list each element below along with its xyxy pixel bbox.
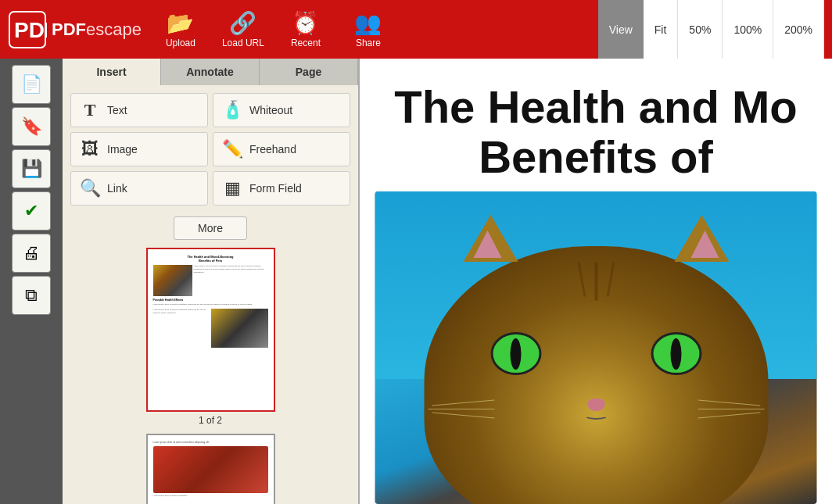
form-field-tool-button[interactable]: ▦ Form Field xyxy=(213,171,350,206)
text-tool-label: Text xyxy=(107,104,127,116)
share-label: Share xyxy=(356,38,381,48)
sidebar-copy-button[interactable]: ⧉ xyxy=(12,276,51,315)
upload-icon: 📂 xyxy=(167,10,194,36)
zoom-fit-button[interactable]: Fit xyxy=(644,0,679,59)
link-tool-label: Link xyxy=(107,182,127,195)
copy-icon: ⧉ xyxy=(25,285,38,306)
zoom-100-button[interactable]: 100% xyxy=(723,0,773,59)
view-label: View xyxy=(598,0,644,59)
sidebar: 📄 🔖 💾 ✔ 🖨 ⧉ xyxy=(0,59,63,504)
cat-face-container xyxy=(408,238,784,504)
check-icon: ✔ xyxy=(24,201,38,221)
text-tool-icon: T xyxy=(79,100,101,120)
upload-label: Upload xyxy=(166,38,195,48)
logo-icon: PDF xyxy=(8,10,47,49)
recent-icon: ⏰ xyxy=(292,10,319,36)
upload-button[interactable]: 📂 Upload xyxy=(157,10,204,48)
page-2-thumb-frame[interactable]: Lorem ipsum dolor sit amet consectetur a… xyxy=(146,434,275,504)
logo-text: PDFescape xyxy=(52,20,142,40)
freehand-tool-label: Freehand xyxy=(249,143,296,155)
more-button-label: More xyxy=(198,222,223,234)
zoom-50-button[interactable]: 50% xyxy=(678,0,723,59)
form-field-tool-label: Form Field xyxy=(249,182,302,195)
text-tool-button[interactable]: T Text xyxy=(70,93,208,127)
tools-grid: T Text 🧴 Whiteout 🖼 Image ✏️ Freehand 🔍 … xyxy=(63,85,358,213)
zoom-50-label: 50% xyxy=(689,23,711,36)
logo[interactable]: PDF PDFescape xyxy=(8,10,142,49)
recent-label: Recent xyxy=(291,38,321,48)
page-2-thumb-image: Lorem ipsum dolor sit amet consectetur a… xyxy=(150,438,271,504)
page-2-thumb-container[interactable]: Lorem ipsum dolor sit amet consectetur a… xyxy=(146,434,275,504)
cat-left-eye xyxy=(490,332,541,375)
share-icon: 👥 xyxy=(354,10,382,36)
freehand-tool-button[interactable]: ✏️ Freehand xyxy=(213,132,350,166)
freehand-tool-icon: ✏️ xyxy=(221,139,243,159)
cat-photo xyxy=(375,191,817,504)
thumbnails-panel[interactable]: The Health and Mood-BoostingBenefits of … xyxy=(63,240,358,504)
tabs: Insert Annotate Page xyxy=(63,59,358,85)
image-tool-button[interactable]: 🖼 Image xyxy=(70,132,208,166)
sidebar-print-button[interactable]: 🖨 xyxy=(12,234,51,273)
print-icon: 🖨 xyxy=(23,243,40,263)
load-url-button[interactable]: 🔗 Load URL xyxy=(220,10,267,48)
pdf-page: The Health and Mo Benefits of xyxy=(360,59,832,504)
whiteout-tool-icon: 🧴 xyxy=(221,100,243,120)
whiteout-tool-label: Whiteout xyxy=(249,104,292,116)
bookmark-icon: 🔖 xyxy=(21,116,42,137)
image-tool-icon: 🖼 xyxy=(79,139,101,159)
more-btn-row: More xyxy=(63,216,358,240)
header: PDF PDFescape 📂 Upload 🔗 Load URL ⏰ Rece… xyxy=(0,0,832,59)
zoom-200-label: 200% xyxy=(784,23,812,36)
link-tool-icon: 🔍 xyxy=(79,178,101,198)
form-field-tool-icon: ▦ xyxy=(221,178,243,198)
tab-insert-label: Insert xyxy=(96,66,126,78)
cat-right-eye xyxy=(651,332,701,375)
more-button[interactable]: More xyxy=(174,216,247,240)
tab-annotate-label: Annotate xyxy=(186,66,234,78)
view-text: View xyxy=(609,23,633,36)
image-tool-label: Image xyxy=(107,143,138,155)
pages-icon: 📄 xyxy=(21,74,42,95)
whiteout-tool-button[interactable]: 🧴 Whiteout xyxy=(213,93,350,127)
page-1-thumb-image: The Health and Mood-BoostingBenefits of … xyxy=(150,252,271,408)
tab-annotate[interactable]: Annotate xyxy=(161,59,260,85)
zoom-100-label: 100% xyxy=(733,23,762,36)
load-url-label: Load URL xyxy=(222,38,264,48)
main-area: 📄 🔖 💾 ✔ 🖨 ⧉ Insert Annotate Page xyxy=(0,59,832,504)
view-zoom-area: View Fit 50% 100% 200% xyxy=(598,0,824,59)
pdf-title-line1: The Health and Mo xyxy=(383,82,809,132)
pdf-title: The Health and Mo Benefits of xyxy=(360,59,832,190)
zoom-200-button[interactable]: 200% xyxy=(773,0,824,59)
pdf-viewer[interactable]: The Health and Mo Benefits of xyxy=(360,59,832,504)
tab-page-label: Page xyxy=(296,66,321,78)
share-button[interactable]: 👥 Share xyxy=(345,10,392,48)
tab-insert[interactable]: Insert xyxy=(63,59,161,85)
sidebar-bookmark-button[interactable]: 🔖 xyxy=(12,107,51,146)
sidebar-check-button[interactable]: ✔ xyxy=(12,191,51,231)
load-url-icon: 🔗 xyxy=(229,10,256,36)
page-1-label: 1 of 2 xyxy=(199,415,222,426)
sidebar-save-button[interactable]: 💾 xyxy=(12,149,51,188)
svg-text:PDF: PDF xyxy=(14,18,47,42)
zoom-fit-label: Fit xyxy=(654,23,667,36)
recent-button[interactable]: ⏰ Recent xyxy=(282,10,329,48)
cat-main-face xyxy=(424,246,768,504)
pdf-title-line2: Benefits of xyxy=(383,132,809,182)
panel: Insert Annotate Page T Text 🧴 Whiteout 🖼… xyxy=(63,59,360,504)
save-icon: 💾 xyxy=(21,159,42,179)
page-1-thumb-frame[interactable]: The Health and Mood-BoostingBenefits of … xyxy=(146,248,275,412)
tab-page[interactable]: Page xyxy=(260,59,358,85)
link-tool-button[interactable]: 🔍 Link xyxy=(70,171,208,206)
sidebar-pages-button[interactable]: 📄 xyxy=(12,65,51,104)
page-1-thumb-container[interactable]: The Health and Mood-BoostingBenefits of … xyxy=(146,248,275,426)
